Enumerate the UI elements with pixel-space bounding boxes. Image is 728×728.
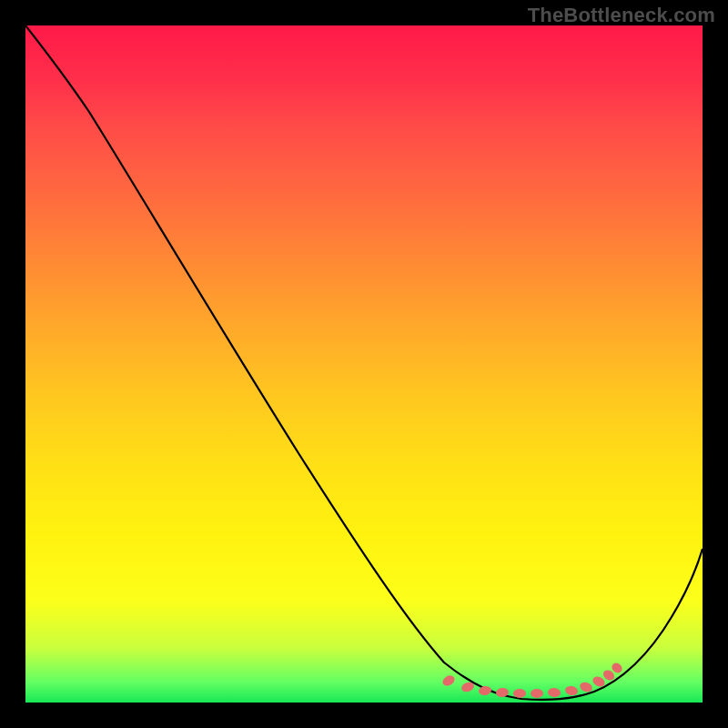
bottleneck-curve [25, 25, 703, 700]
watermark-text: TheBottleneck.com [528, 4, 715, 27]
bottleneck-curve-svg [25, 25, 703, 703]
chart-plot-area [25, 25, 703, 703]
chart-frame: TheBottleneck.com [0, 0, 728, 728]
marker-dot [548, 687, 561, 697]
marker-dot [440, 673, 456, 688]
marker-dot [564, 685, 579, 697]
marker-dot [513, 689, 526, 698]
marker-dot [531, 689, 543, 698]
